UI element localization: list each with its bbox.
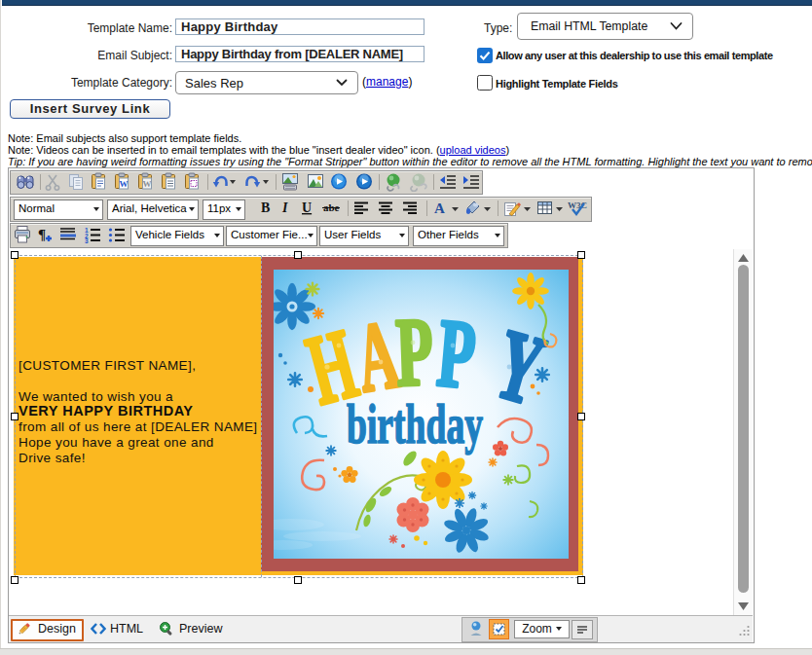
svg-text:W: W [143, 179, 152, 189]
svg-text:W: W [120, 179, 129, 189]
svg-text:A: A [434, 200, 445, 216]
svg-text:I: I [281, 200, 288, 215]
svg-text:B: B [261, 200, 270, 215]
svg-text:3: 3 [85, 237, 89, 244]
svg-text:U: U [302, 200, 312, 215]
svg-text:¶: ¶ [38, 227, 46, 242]
